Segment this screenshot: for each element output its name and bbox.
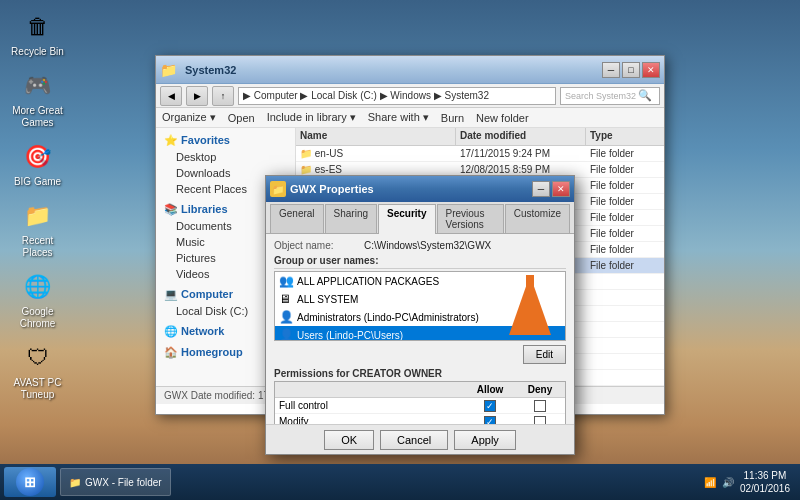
file-name: 📁 en-US <box>296 148 456 159</box>
menu-open[interactable]: Open <box>228 112 255 124</box>
recent-places-icon[interactable]: 📁 Recent Places <box>4 197 72 262</box>
perm-name: Full control <box>275 398 465 413</box>
titlebar-buttons: ─ □ ✕ <box>602 62 660 78</box>
user-administrators[interactable]: 👤 Administrators (Lindo-PC\Administrator… <box>275 308 565 326</box>
minimize-button[interactable]: ─ <box>602 62 620 78</box>
dialog-window: 📁 GWX Properties ─ ✕ General Sharing Sec… <box>265 175 575 455</box>
col-name-header[interactable]: Name <box>296 128 456 145</box>
menu-include-library[interactable]: Include in library ▾ <box>267 111 356 124</box>
cancel-button[interactable]: Cancel <box>380 430 448 450</box>
perm-col-allow: Allow <box>465 382 515 397</box>
tab-customize[interactable]: Customize <box>505 204 570 233</box>
tab-general[interactable]: General <box>270 204 324 233</box>
edit-button[interactable]: Edit <box>523 345 566 364</box>
recycle-bin-icon[interactable]: 🗑 Recycle Bin <box>4 8 72 61</box>
user-name: Users (Lindo-PC\Users) <box>297 330 403 341</box>
chrome-icon[interactable]: 🌐 Google Chrome <box>4 268 72 333</box>
user-name: ALL SYSTEM <box>297 294 358 305</box>
group-users-label: Group or user names: <box>274 255 566 269</box>
file-date: 17/11/2015 9:24 PM <box>456 148 586 159</box>
file-type: File folder <box>586 212 664 223</box>
perm-deny-check[interactable] <box>515 398 565 413</box>
dialog-close-button[interactable]: ✕ <box>552 181 570 197</box>
dialog-tabs: General Sharing Security Previous Versio… <box>266 202 574 234</box>
user-creator-owner[interactable]: 👤 Users (Lindo-PC\Users) <box>275 326 565 341</box>
tab-sharing[interactable]: Sharing <box>325 204 377 233</box>
user-all-app-packages[interactable]: 👥 ALL APPLICATION PACKAGES <box>275 272 565 290</box>
avast-icon[interactable]: 🛡 AVAST PC Tuneup <box>4 339 72 404</box>
menu-share[interactable]: Share with ▾ <box>368 111 429 124</box>
user-icon: 👤 <box>279 328 293 341</box>
user-icon: 🖥 <box>279 292 293 306</box>
start-button[interactable]: ⊞ <box>4 467 56 497</box>
permissions-label: Permissions for CREATOR OWNER <box>274 368 566 379</box>
col-date-header[interactable]: Date modified <box>456 128 586 145</box>
apply-button[interactable]: Apply <box>454 430 516 450</box>
chrome-label: Google Chrome <box>7 306 69 330</box>
big-game-image: 🎯 <box>22 141 54 173</box>
file-type: File folder <box>586 148 664 159</box>
ok-button[interactable]: OK <box>324 430 374 450</box>
chrome-image: 🌐 <box>22 271 54 303</box>
windows-logo: ⊞ <box>24 474 36 490</box>
dialog-body: Object name: C:\Windows\System32\GWX Gro… <box>266 234 574 432</box>
games-icon[interactable]: 🎮 More Great Games <box>4 67 72 132</box>
forward-button[interactable]: ▶ <box>186 86 208 106</box>
sidebar-favorites-header[interactable]: ⭐ Favorites <box>156 132 295 149</box>
taskbar: ⊞ 📁 GWX - File folder 📶 🔊 11:36 PM 02/01… <box>0 464 800 500</box>
start-orb: ⊞ <box>16 468 44 496</box>
dialog-titlebar-buttons: ─ ✕ <box>532 181 570 197</box>
recent-places-image: 📁 <box>22 200 54 232</box>
taskbar-items: 📁 GWX - File folder <box>60 468 698 496</box>
file-type: File folder <box>586 260 664 271</box>
recent-places-label: Recent Places <box>7 235 69 259</box>
big-game-label: BIG Game <box>14 176 61 188</box>
users-list: 👥 ALL APPLICATION PACKAGES 🖥 ALL SYSTEM … <box>274 271 566 341</box>
file-type: File folder <box>586 228 664 239</box>
menu-organize[interactable]: Organize ▾ <box>162 111 216 124</box>
file-type: File folder <box>586 164 664 175</box>
menu-burn[interactable]: Burn <box>441 112 464 124</box>
big-game-icon[interactable]: 🎯 BIG Game <box>4 138 72 191</box>
tab-previous-versions[interactable]: Previous Versions <box>437 204 504 233</box>
avast-image: 🛡 <box>22 342 54 374</box>
file-type: File folder <box>586 244 664 255</box>
object-name-row: Object name: C:\Windows\System32\GWX <box>274 240 566 251</box>
tab-security[interactable]: Security <box>378 204 435 234</box>
menu-new-folder[interactable]: New folder <box>476 112 529 124</box>
explorer-titlebar: 📁 System32 ─ □ ✕ <box>156 56 664 84</box>
volume-icon: 🔊 <box>722 477 734 488</box>
permission-row: Full control ✓ <box>275 398 565 414</box>
recycle-bin-image: 🗑 <box>22 11 54 43</box>
up-button[interactable]: ↑ <box>212 86 234 106</box>
recycle-bin-label: Recycle Bin <box>11 46 64 58</box>
object-name-value: C:\Windows\System32\GWX <box>364 240 491 251</box>
perm-allow-check[interactable]: ✓ <box>465 398 515 413</box>
col-type-header[interactable]: Type <box>586 128 664 145</box>
file-row[interactable]: 📁 en-US 17/11/2015 9:24 PM File folder <box>296 146 664 162</box>
user-icon: 👤 <box>279 310 293 324</box>
perm-col-deny: Deny <box>515 382 565 397</box>
dialog-titlebar: 📁 GWX Properties ─ ✕ <box>266 176 574 202</box>
taskbar-right: 📶 🔊 11:36 PM 02/01/2016 <box>698 469 796 495</box>
user-icon: 👥 <box>279 274 293 288</box>
taskbar-item-explorer[interactable]: 📁 GWX - File folder <box>60 468 171 496</box>
user-system[interactable]: 🖥 ALL SYSTEM <box>275 290 565 308</box>
close-button[interactable]: ✕ <box>642 62 660 78</box>
address-bar[interactable]: ▶ Computer ▶ Local Disk (C:) ▶ Windows ▶… <box>238 87 556 105</box>
content-header: Name Date modified Type Size <box>296 128 664 146</box>
clock-time: 11:36 PM <box>740 469 790 482</box>
taskbar-explorer-label: GWX - File folder <box>85 477 162 488</box>
avast-label: AVAST PC Tuneup <box>7 377 69 401</box>
clock-date: 02/01/2016 <box>740 482 790 495</box>
back-button[interactable]: ◀ <box>160 86 182 106</box>
maximize-button[interactable]: □ <box>622 62 640 78</box>
network-icon: 📶 <box>704 477 716 488</box>
perm-col-name <box>275 382 465 397</box>
statusbar-text: GWX Date modified: 17... <box>164 390 277 401</box>
sidebar-item-desktop[interactable]: Desktop <box>156 149 295 165</box>
games-label: More Great Games <box>7 105 69 129</box>
file-date: 12/08/2015 8:59 PM <box>456 164 586 175</box>
dialog-minimize-button[interactable]: ─ <box>532 181 550 197</box>
search-box[interactable]: Search System32 🔍 <box>560 87 660 105</box>
